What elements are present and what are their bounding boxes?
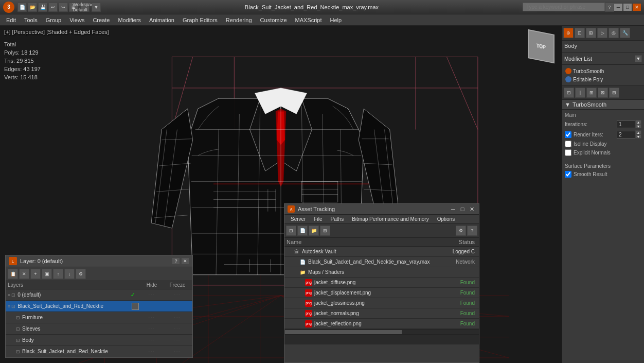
asset-menu-file[interactable]: File <box>310 215 326 223</box>
layer-delete-icon[interactable]: ✕ <box>19 269 29 279</box>
asset-menu-options[interactable]: Options <box>433 215 459 223</box>
layer-settings-icon[interactable]: ⚙ <box>76 269 86 279</box>
iterations-up[interactable]: ▲ <box>635 120 641 124</box>
modifier-dropdown[interactable]: Modifier List ▼ <box>564 55 642 62</box>
mod-tool-4[interactable]: ⊠ <box>598 88 608 98</box>
layer-row-furniture[interactable]: ⊡ Furniture ··· ··· <box>6 312 192 323</box>
redo-icon[interactable]: ↪ <box>59 3 68 12</box>
layer-new-icon[interactable]: 📋 <box>8 269 18 279</box>
asset-tool-1[interactable]: ⊡ <box>286 226 296 236</box>
menu-animation[interactable]: Animation <box>145 16 178 24</box>
layer-panel-close[interactable]: ✕ <box>181 257 189 265</box>
asset-row-diffuse[interactable]: png jacket_diffuse.png Found <box>284 278 479 288</box>
layer-hide-jacket2: ··· <box>139 349 165 354</box>
iterations-down[interactable]: ▼ <box>635 124 641 128</box>
search-input[interactable] <box>523 3 605 11</box>
asset-row-normals[interactable]: png jacket_normals.png Found <box>284 308 479 319</box>
render-iters-checkbox[interactable] <box>565 131 571 138</box>
layer-row-body[interactable]: ⊡ Body ··· ··· <box>6 335 192 346</box>
layer-row-sleeves[interactable]: ⊡ Sleeves ··· ··· <box>6 323 192 335</box>
mod-tool-3[interactable]: ⊞ <box>586 88 597 98</box>
asset-panel-title: Asset Tracking <box>298 206 449 212</box>
explicit-normals-checkbox[interactable] <box>565 149 571 156</box>
panel-icon-modify[interactable]: ⊡ <box>575 28 585 38</box>
asset-name-diffuse: jacket_diffuse.png <box>314 280 441 285</box>
modifiers-list: TurboSmooth Editable Poly <box>562 65 644 86</box>
layer-name-sleeves: Sleeves <box>22 326 139 332</box>
menu-edit[interactable]: Edit <box>2 16 20 24</box>
render-iters-up[interactable]: ▲ <box>635 130 641 134</box>
menu-create[interactable]: Create <box>88 16 114 24</box>
mod-tool-5[interactable]: ⊞ <box>609 88 619 98</box>
layer-select-icon[interactable]: ▣ <box>42 269 52 279</box>
new-icon[interactable]: 📄 <box>17 3 27 12</box>
menu-views[interactable]: Views <box>65 16 88 24</box>
asset-tool-4[interactable]: ⊞ <box>320 226 330 236</box>
iterations-input[interactable] <box>617 120 635 128</box>
layer-icons-body: ⊡ <box>16 338 20 343</box>
panel-icon-display[interactable]: ◎ <box>609 28 619 38</box>
asset-scrollbar[interactable] <box>284 329 479 334</box>
layer-box-jacket[interactable] <box>132 303 139 310</box>
layer-check-default[interactable]: ✓ <box>129 291 137 299</box>
layer-row-default[interactable]: ≡⊡ 0 (default) ✓ ··· ··· <box>6 289 192 301</box>
menu-modifiers[interactable]: Modifiers <box>114 16 145 24</box>
asset-tool-2[interactable]: 📄 <box>297 226 308 236</box>
panel-icon-hierarchy[interactable]: ⊞ <box>586 28 596 38</box>
render-iters-input[interactable] <box>617 131 635 139</box>
menu-graph-editors[interactable]: Graph Editors <box>178 16 222 24</box>
panel-icon-create[interactable]: ⊕ <box>563 28 574 38</box>
layer-row-jacket[interactable]: ≡⊡ Black_Suit_Jacket_and_Red_Necktie ···… <box>6 301 192 312</box>
panel-icon-motion[interactable]: ▷ <box>597 28 607 38</box>
menu-customize[interactable]: Customize <box>256 16 291 24</box>
modifier-turbosmooth[interactable]: TurboSmooth <box>564 67 642 75</box>
layer-add-icon[interactable]: + <box>30 269 41 279</box>
asset-panel-close[interactable]: ✕ <box>468 205 476 213</box>
help-icon[interactable]: ? <box>605 3 614 12</box>
close-button[interactable]: ✕ <box>633 4 641 11</box>
menu-maxscript[interactable]: MAXScript <box>291 16 326 24</box>
asset-menu-bitmap[interactable]: Bitmap Performance and Memory <box>348 215 433 223</box>
menu-tools[interactable]: Tools <box>20 16 42 24</box>
undo-icon[interactable]: ↩ <box>48 3 58 12</box>
asset-panel-min[interactable]: ─ <box>449 205 457 213</box>
layer-panel-help[interactable]: ? <box>172 257 180 265</box>
layer-col-hide: Hide <box>139 282 165 288</box>
modifier-editablepoly[interactable]: Editable Poly <box>564 75 642 83</box>
open-icon[interactable]: 📂 <box>28 3 37 12</box>
menu-rendering[interactable]: Rendering <box>222 16 256 24</box>
asset-tool-5[interactable]: ⚙ <box>456 226 466 236</box>
viewport[interactable]: [+] [Perspective] [Shaded + Edged Faces]… <box>0 26 562 363</box>
modifier-list-arrow[interactable]: ▼ <box>635 55 642 62</box>
isoline-checkbox[interactable] <box>565 141 571 147</box>
turbosmooth-dot <box>565 68 571 74</box>
workspace-button[interactable]: Workspace: Default <box>80 3 90 12</box>
save-icon[interactable]: 💾 <box>38 3 47 12</box>
nav-cube[interactable]: TOP <box>526 31 557 62</box>
asset-menu-paths[interactable]: Paths <box>327 215 348 223</box>
layer-move1-icon[interactable]: ↑ <box>53 269 63 279</box>
menu-help[interactable]: Help <box>326 16 346 24</box>
asset-panel-max[interactable]: □ <box>458 205 467 213</box>
turbosmooth-header[interactable]: ▼ TurboSmooth <box>562 100 644 110</box>
mod-tool-2[interactable]: | <box>575 88 585 98</box>
layer-row-jacket2[interactable]: ⊡ Black_Suit_Jacket_and_Red_Necktie ··· … <box>6 346 192 357</box>
asset-row-glossiness[interactable]: png jacket_glossiness.png Found <box>284 298 479 308</box>
render-iters-down[interactable]: ▼ <box>635 134 641 139</box>
asset-row-vault[interactable]: 🏛 Autodesk Vault Logged C <box>284 247 479 257</box>
asset-menu-server[interactable]: Server <box>287 215 310 223</box>
asset-tool-6[interactable]: ? <box>467 226 477 236</box>
layer-move2-icon[interactable]: ↓ <box>64 269 75 279</box>
menu-group[interactable]: Group <box>42 16 66 24</box>
asset-row-maps[interactable]: 📁 Maps / Shaders <box>284 267 479 278</box>
smooth-result-checkbox[interactable] <box>565 171 571 178</box>
asset-row-displacement[interactable]: png jacket_displacement.png Found <box>284 288 479 298</box>
maximize-button[interactable]: □ <box>623 4 632 11</box>
minimize-button[interactable]: ─ <box>614 4 622 11</box>
workspace-dropdown-icon[interactable]: ▼ <box>92 3 101 12</box>
mod-tool-1[interactable]: ⊡ <box>564 88 574 98</box>
asset-row-reflection[interactable]: png jacket_reflection.png Found <box>284 319 479 329</box>
asset-tool-3[interactable]: 📁 <box>309 226 319 236</box>
panel-icon-utilities[interactable]: 🔧 <box>620 28 630 38</box>
asset-row-maxfile[interactable]: 📄 Black_Suit_Jacket_and_Red_Necktie_max_… <box>284 257 479 267</box>
